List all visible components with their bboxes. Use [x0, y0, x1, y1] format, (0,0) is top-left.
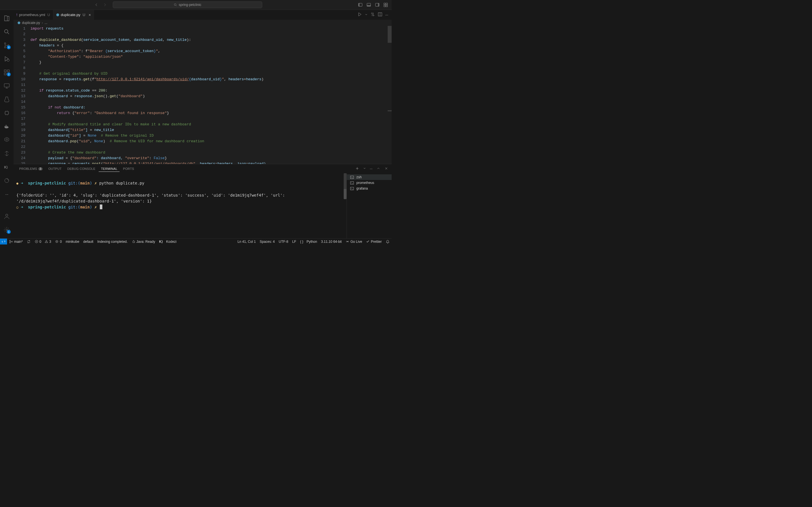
layout-primary-sidebar-icon[interactable] — [357, 2, 363, 8]
settings-badge: 1 — [7, 230, 11, 234]
minimap-mark — [388, 110, 392, 111]
eol-indicator[interactable]: LF — [290, 240, 298, 244]
prompt-branch: main — [80, 181, 90, 185]
language-mode[interactable]: { } Python — [298, 240, 319, 244]
close-panel-icon[interactable] — [384, 166, 388, 171]
panel-tab-terminal[interactable]: TERMINAL — [99, 166, 119, 172]
maximize-panel-icon[interactable] — [376, 166, 380, 171]
customize-layout-icon[interactable] — [383, 2, 389, 8]
tab-prometheus[interactable]: ! prometheus.yml U — [13, 10, 53, 20]
more-actions-icon[interactable]: ··· — [385, 13, 388, 17]
status-bar: main* 0 3 0 minikube default Indexing co… — [0, 238, 392, 244]
terminal-session-grafana[interactable]: grafana — [347, 186, 392, 191]
layout-secondary-sidebar-icon[interactable] — [374, 2, 380, 8]
ext2-icon[interactable] — [0, 147, 13, 160]
editor-tabs: ! prometheus.yml U ⬣ duplicate.py U × ··… — [13, 10, 392, 20]
sync-indicator[interactable] — [25, 238, 33, 244]
svg-point-34 — [10, 240, 11, 241]
problems-indicator[interactable]: 0 3 — [33, 238, 53, 244]
check-icon — [366, 240, 370, 243]
indentation-indicator[interactable]: Spaces: 4 — [258, 240, 276, 244]
bottom-panel: PROBLEMS3 OUTPUT DEBUG CONSOLE TERMINAL … — [13, 164, 392, 238]
source-control-icon[interactable]: 9 — [0, 39, 13, 52]
svg-point-25 — [6, 138, 8, 140]
run-dropdown-icon[interactable] — [365, 13, 368, 17]
panel-tab-ports[interactable]: PORTS — [121, 166, 136, 172]
breadcrumb[interactable]: ⬣ duplicate.py › ... — [13, 20, 392, 26]
default-indicator[interactable]: default — [81, 238, 95, 244]
kd-icon[interactable]: K⟩ — [0, 161, 13, 173]
new-terminal-icon[interactable] — [355, 166, 359, 171]
terminal-dropdown-icon[interactable] — [363, 167, 366, 170]
kodezi-indicator[interactable]: K⟩ Kodezi — [157, 238, 179, 244]
svg-rect-22 — [6, 126, 6, 127]
svg-point-36 — [11, 241, 13, 242]
indexing-indicator[interactable]: Indexing completed. — [95, 238, 130, 244]
branch-icon — [9, 240, 13, 244]
compare-icon[interactable] — [370, 12, 375, 17]
command-center-search[interactable]: spring-petclinic — [113, 1, 262, 8]
svg-rect-17 — [4, 73, 6, 75]
settings-gear-icon[interactable]: 1 — [0, 224, 13, 236]
terminal-session-label: zsh — [356, 175, 362, 179]
terminal-cursor — [100, 205, 102, 209]
panel-tab-debug[interactable]: DEBUG CONSOLE — [65, 166, 98, 172]
explorer-icon[interactable] — [0, 12, 13, 24]
split-editor-icon[interactable] — [378, 12, 382, 17]
sync-icon — [27, 240, 31, 244]
svg-rect-33 — [350, 187, 354, 190]
terminal-scrollbar[interactable] — [344, 173, 347, 238]
branch-indicator[interactable]: main* — [7, 238, 25, 244]
minikube-indicator[interactable]: minikube — [64, 238, 81, 244]
terminal-output[interactable]: ● ➜ spring-petclinic git:(main) ✗ python… — [13, 173, 347, 238]
extensions-badge: 2 — [7, 72, 11, 76]
go-live-indicator[interactable]: Go Live — [344, 240, 364, 244]
nav-back-icon[interactable] — [94, 2, 99, 8]
testing-icon[interactable] — [0, 93, 13, 106]
ports-indicator[interactable]: 0 — [53, 238, 64, 244]
search-activity-icon[interactable] — [0, 25, 13, 38]
more-icon[interactable]: ··· — [0, 188, 13, 200]
ports-icon — [55, 240, 59, 243]
code-editor[interactable]: 1234567891011121314151617181920212223242… — [13, 26, 392, 164]
run-file-icon[interactable] — [357, 12, 362, 17]
panel-tab-output[interactable]: OUTPUT — [46, 166, 64, 172]
accounts-icon[interactable] — [0, 210, 13, 223]
terminal-session-label: prometheus — [356, 181, 374, 185]
minimap[interactable] — [388, 26, 392, 164]
code-content[interactable]: import requests def duplicate_dashboard(… — [31, 26, 392, 164]
python-interpreter[interactable]: 3.11.10 64-bit — [319, 240, 344, 244]
notifications-icon[interactable] — [384, 240, 392, 244]
terminal-more-icon[interactable]: ··· — [370, 167, 372, 170]
nav-forward-icon[interactable] — [102, 2, 108, 8]
tab-duplicate[interactable]: ⬣ duplicate.py U × — [53, 10, 94, 20]
python-file-icon: ⬣ — [56, 13, 59, 17]
problems-count: 3 — [38, 167, 43, 170]
docker-icon[interactable] — [0, 120, 13, 133]
layout-panel-icon[interactable] — [366, 2, 372, 8]
svg-rect-16 — [4, 70, 6, 72]
terminal-session-zsh[interactable]: zsh — [347, 174, 392, 180]
prettier-indicator[interactable]: Prettier — [364, 240, 384, 244]
run-debug-icon[interactable] — [0, 53, 13, 65]
remote-indicator[interactable] — [0, 238, 7, 244]
svg-rect-19 — [7, 70, 9, 72]
chevron-right-icon: › — [42, 21, 43, 25]
tab-modified-badge: U — [47, 13, 50, 17]
scm-badge: 9 — [7, 45, 11, 49]
panel-tab-problems[interactable]: PROBLEMS3 — [17, 166, 45, 172]
kubernetes-icon[interactable] — [0, 134, 13, 146]
svg-text:K⟩: K⟩ — [4, 165, 8, 169]
terminal-command: python duplicate.py — [99, 181, 144, 185]
cursor-position[interactable]: Ln 41, Col 1 — [236, 240, 258, 244]
ext3-icon[interactable] — [0, 174, 13, 187]
extensions-icon[interactable]: 2 — [0, 66, 13, 78]
close-tab-icon[interactable]: × — [89, 13, 91, 17]
remote-icon — [2, 240, 5, 243]
ext1-icon[interactable] — [0, 107, 13, 119]
minimap-viewport[interactable] — [388, 26, 392, 43]
terminal-session-prometheus[interactable]: prometheus — [347, 180, 392, 186]
java-indicator[interactable]: Java: Ready — [130, 238, 157, 244]
encoding-indicator[interactable]: UTF-8 — [276, 240, 290, 244]
remote-explorer-icon[interactable] — [0, 80, 13, 92]
